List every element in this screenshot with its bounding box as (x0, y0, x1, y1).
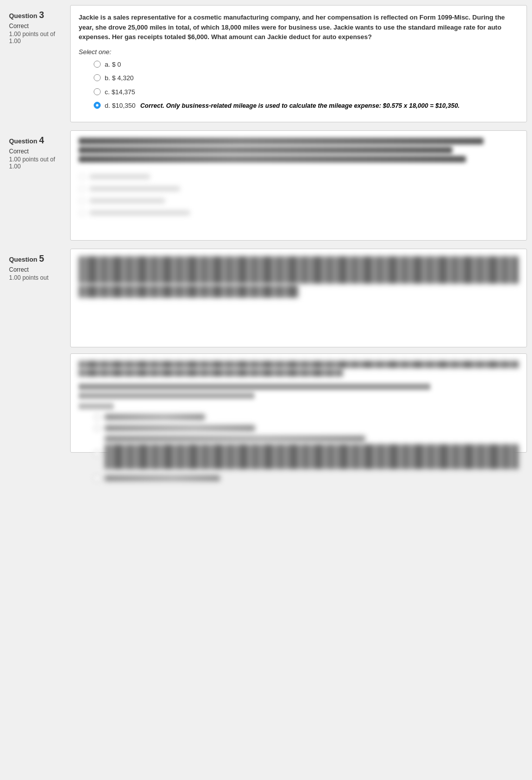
question-5-second-block (70, 353, 527, 453)
option-3d-correct-note: Correct. Only business-related mileage i… (140, 102, 459, 109)
option-3b[interactable]: b. $ 4,320 (94, 73, 518, 83)
question-3-row: Question 3 Correct 1.00 points out of 1.… (5, 5, 527, 122)
question-5-content-area (70, 249, 527, 453)
question-5-first-block (70, 249, 527, 348)
question-3-status: Correct (9, 23, 66, 30)
option-3c-text: c. $14,375 (105, 87, 135, 97)
question-5-status: Correct (9, 266, 66, 273)
question-3-content: Jackie is a sales representative for a c… (70, 5, 527, 122)
q5-blurred-option-b (94, 425, 518, 432)
question-3-label: Question 3 (9, 10, 66, 21)
option-3a-radio[interactable] (94, 61, 101, 68)
question-5-first-blurred (79, 256, 518, 298)
question-4-label: Question 4 (9, 135, 66, 146)
q4-blurred-option-b (79, 185, 518, 192)
question-3-points: 1.00 points out of 1.00 (9, 31, 66, 45)
question-5-row: Question 5 Correct 1.00 points out (5, 249, 527, 453)
option-3c-radio[interactable] (94, 88, 101, 95)
option-3b-text: b. $ 4,320 (105, 73, 134, 83)
question-4-points: 1.00 points out of 1.00 (9, 156, 66, 170)
question-4-row: Question 4 Correct 1.00 points out of 1.… (5, 130, 527, 241)
option-3d-text: d. $10,350 Correct. Only business-relate… (105, 101, 460, 111)
question-3-text: Jackie is a sales representative for a c… (79, 13, 518, 42)
question-4-status: Correct (9, 148, 66, 155)
page-container: Question 3 Correct 1.00 points out of 1.… (0, 0, 532, 780)
question-5-second-blurred (79, 361, 518, 482)
question-4-meta: Question 4 Correct 1.00 points out of 1.… (5, 130, 70, 241)
q4-blurred-option-a (79, 173, 518, 180)
question-5-points: 1.00 points out (9, 274, 66, 281)
option-3a-text: a. $ 0 (105, 60, 121, 70)
option-3d-radio[interactable] (94, 102, 101, 109)
question-5-meta: Question 5 Correct 1.00 points out (5, 249, 70, 453)
option-3c[interactable]: c. $14,375 (94, 87, 518, 97)
q5-blurred-option-d (94, 475, 518, 482)
option-3a[interactable]: a. $ 0 (94, 60, 518, 70)
question-4-blurred (79, 138, 518, 221)
question-3-options: a. $ 0 b. $ 4,320 c. $14,375 d. $10,350 … (79, 60, 518, 111)
question-5-label: Question 5 (9, 254, 66, 264)
question-4-content (70, 130, 527, 241)
option-3d[interactable]: d. $10,350 Correct. Only business-relate… (94, 101, 518, 111)
question-3-meta: Question 3 Correct 1.00 points out of 1.… (5, 5, 70, 122)
q4-blurred-option-d (79, 210, 518, 217)
question-5-blurred-options (79, 414, 518, 482)
question-3-select-label: Select one: (79, 48, 518, 56)
option-3b-radio[interactable] (94, 74, 101, 81)
q4-blurred-option-c (79, 198, 518, 205)
q5-blurred-option-a (94, 414, 518, 421)
q5-blurred-option-c (94, 436, 518, 471)
